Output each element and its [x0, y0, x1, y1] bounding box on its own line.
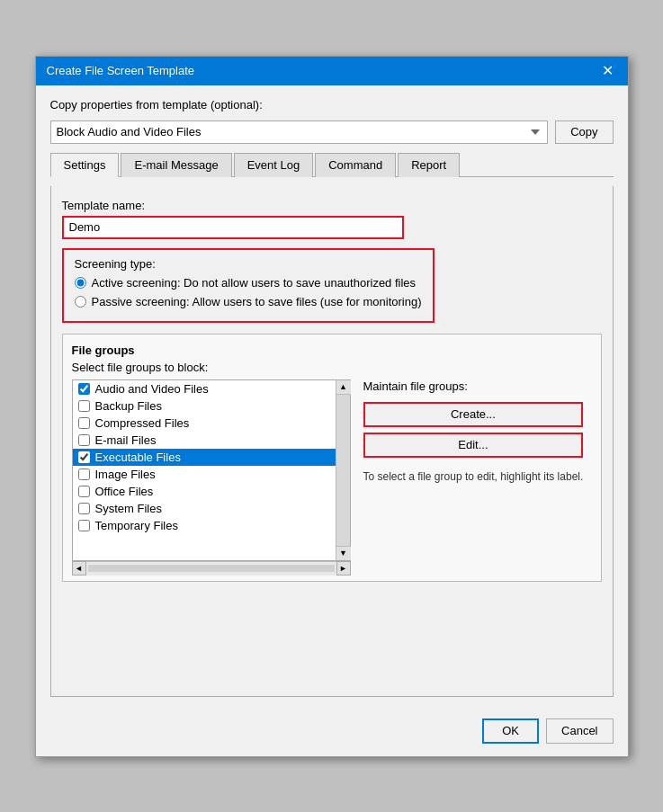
active-screening-row: Active screening: Do not allow users to …: [75, 276, 422, 290]
bottom-bar: OK Cancel: [36, 709, 628, 756]
passive-screening-radio[interactable]: [75, 296, 86, 308]
screening-type-box: Screening type: Active screening: Do not…: [62, 248, 435, 323]
tabs: Settings E-mail Message Event Log Comman…: [50, 153, 614, 177]
file-list-border: Audio and Video Files Backup Files Compr…: [72, 379, 351, 561]
scrollbar[interactable]: ▲ ▼: [336, 380, 350, 560]
list-item-executable[interactable]: Executable Files: [73, 449, 336, 466]
list-item[interactable]: Backup Files: [73, 397, 336, 415]
template-name-input[interactable]: [62, 216, 404, 239]
tab-report[interactable]: Report: [398, 153, 460, 177]
close-button[interactable]: ✕: [598, 64, 617, 78]
file-groups-sublabel: Select file groups to block:: [72, 361, 592, 374]
copy-button[interactable]: Copy: [555, 120, 613, 144]
create-file-screen-dialog: Create File Screen Template ✕ Copy prope…: [35, 56, 629, 757]
list-item[interactable]: Image Files: [73, 466, 336, 483]
list-item[interactable]: Temporary Files: [73, 517, 336, 534]
file-list: Audio and Video Files Backup Files Compr…: [73, 380, 336, 560]
copy-section: Block Audio and Video Files Copy: [50, 120, 614, 144]
copy-row: Block Audio and Video Files Copy: [50, 120, 614, 144]
template-name-label: Template name:: [62, 199, 602, 212]
template-dropdown[interactable]: Block Audio and Video Files: [50, 120, 549, 144]
file-check-backup[interactable]: [78, 400, 90, 412]
hscroll-right[interactable]: ►: [336, 561, 351, 576]
hscroll-wrapper: ◄ ►: [72, 561, 351, 576]
create-button[interactable]: Create...: [363, 402, 584, 427]
file-groups-section: File groups Select file groups to block:…: [62, 334, 602, 582]
tab-content-settings: Template name: Screening type: Active sc…: [50, 186, 614, 697]
active-screening-label: Active screening: Do not allow users to …: [92, 276, 417, 290]
passive-screening-label: Passive screening: Allow users to save f…: [92, 295, 422, 308]
file-check-image[interactable]: [78, 468, 90, 480]
list-item[interactable]: E-mail Files: [73, 432, 336, 449]
copy-label: Copy properties from template (optional)…: [50, 98, 614, 112]
scroll-up-arrow[interactable]: ▲: [336, 380, 351, 395]
scroll-down-arrow[interactable]: ▼: [336, 546, 351, 560]
edit-button[interactable]: Edit...: [363, 433, 584, 458]
list-item[interactable]: Office Files: [73, 483, 336, 500]
tab-command[interactable]: Command: [315, 153, 396, 177]
scroll-track: [336, 395, 350, 546]
list-item[interactable]: Audio and Video Files: [73, 380, 336, 397]
cancel-button[interactable]: Cancel: [546, 718, 613, 744]
dialog-body: Copy properties from template (optional)…: [36, 85, 628, 709]
maintain-label: Maintain file groups:: [363, 379, 584, 393]
file-check-system[interactable]: [78, 503, 90, 514]
hscroll-track: [88, 565, 335, 572]
maintain-section: Maintain file groups: Create... Edit... …: [363, 379, 584, 483]
list-item[interactable]: System Files: [73, 500, 336, 517]
active-screening-radio[interactable]: [75, 277, 86, 289]
file-check-executable[interactable]: [78, 451, 90, 463]
list-item[interactable]: Compressed Files: [73, 415, 336, 432]
file-check-compressed[interactable]: [78, 417, 90, 429]
dialog-title: Create File Screen Template: [47, 64, 195, 77]
passive-screening-row: Passive screening: Allow users to save f…: [75, 295, 422, 308]
ok-button[interactable]: OK: [482, 718, 539, 744]
file-check-temp[interactable]: [78, 520, 90, 531]
file-groups-title: File groups: [72, 344, 592, 357]
screening-type-label: Screening type:: [75, 257, 422, 271]
hscroll-left[interactable]: ◄: [72, 561, 86, 576]
tab-email[interactable]: E-mail Message: [121, 153, 231, 177]
tab-event-log[interactable]: Event Log: [234, 153, 314, 177]
file-list-container: Audio and Video Files Backup Files Compr…: [72, 379, 351, 576]
file-check-audio[interactable]: [78, 383, 90, 395]
maintain-hint: To select a file group to edit, highligh…: [363, 470, 584, 483]
title-bar: Create File Screen Template ✕: [36, 57, 628, 85]
tab-settings[interactable]: Settings: [50, 153, 120, 177]
file-check-office[interactable]: [78, 486, 90, 497]
file-groups-inner: Audio and Video Files Backup Files Compr…: [72, 379, 592, 576]
file-check-email[interactable]: [78, 434, 90, 446]
